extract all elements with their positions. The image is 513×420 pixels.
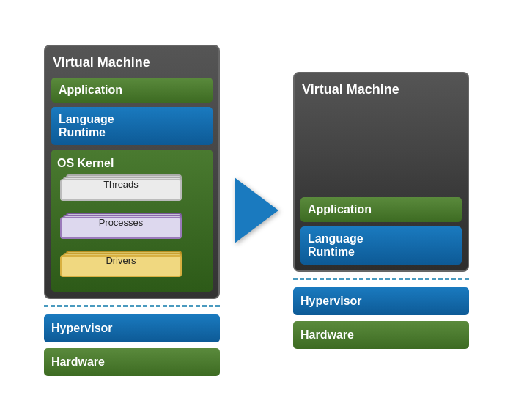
diagram-container: Virtual Machine Application LanguageRunt… (0, 0, 513, 420)
right-hardware-block: Hardware (293, 321, 469, 349)
left-os-kernel-title: OS Kernel (57, 155, 207, 172)
left-hypervisor-block: Hypervisor (44, 314, 220, 342)
right-hypervisor-block: Hypervisor (293, 287, 469, 315)
left-hardware-block: Hardware (44, 348, 220, 376)
right-vm-title: Virtual Machine (300, 79, 462, 100)
right-column: Virtual Machine Application LanguageRunt… (293, 72, 469, 349)
right-hypervisor-label: Hypervisor (300, 295, 362, 307)
left-vm-box: Virtual Machine Application LanguageRunt… (44, 45, 220, 299)
right-runtime-block: LanguageRuntime (300, 226, 462, 265)
right-hardware-label: Hardware (300, 328, 354, 341)
arrow-container (235, 177, 278, 243)
left-app-label: Application (59, 84, 122, 96)
left-runtime-block: LanguageRuntime (51, 107, 213, 145)
right-arrow-icon (235, 177, 278, 243)
drivers-card-front (60, 255, 182, 277)
right-app-block: Application (300, 197, 462, 222)
right-vm-box: Virtual Machine Application LanguageRunt… (293, 72, 469, 272)
left-app-block: Application (51, 78, 213, 103)
left-os-kernel-box: OS Kernel Threads Processes (51, 150, 213, 292)
drivers-stack: Drivers (57, 251, 207, 283)
threads-stack: Threads (57, 174, 207, 207)
right-runtime-label: LanguageRuntime (308, 232, 363, 258)
left-hypervisor-label: Hypervisor (51, 322, 113, 334)
right-empty-space (300, 105, 462, 193)
left-runtime-label: LanguageRuntime (59, 113, 114, 139)
threads-card-front (60, 179, 182, 201)
right-app-label: Application (308, 203, 372, 215)
processes-card-front (60, 217, 182, 239)
left-vm-title: Virtual Machine (51, 52, 213, 73)
processes-stack: Processes (57, 213, 207, 245)
left-dashed-separator (44, 305, 220, 307)
left-column: Virtual Machine Application LanguageRunt… (44, 45, 220, 376)
left-hardware-label: Hardware (51, 355, 105, 368)
right-dashed-separator (293, 278, 469, 280)
